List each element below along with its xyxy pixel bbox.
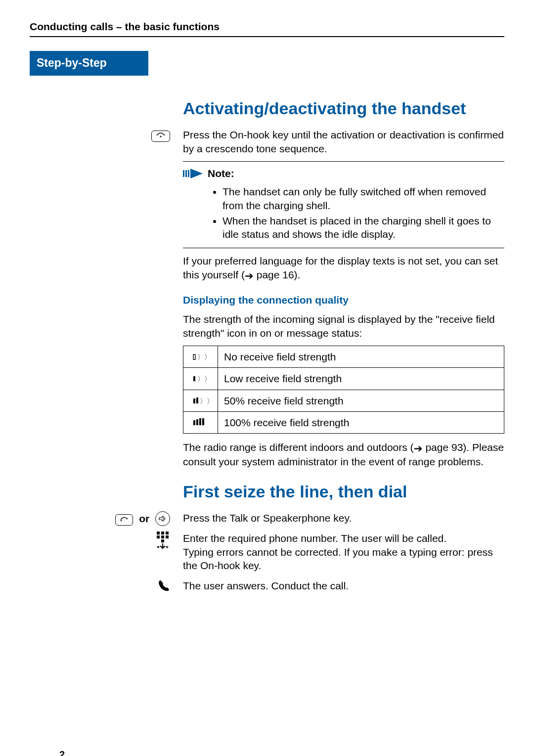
page-ref-arrow-icon: ➔ (414, 442, 423, 455)
section-heading-activating: Activating/deactivating the handset (183, 97, 504, 119)
svg-point-0 (160, 136, 161, 137)
svg-rect-1 (183, 170, 184, 177)
note-label: Note: (208, 167, 234, 180)
running-header: Conducting calls – the basic functions (30, 20, 504, 37)
svg-marker-4 (190, 169, 203, 178)
radio-range-note: The radio range is different indoors and… (183, 441, 504, 469)
press-talk-instruction: Press the Talk or Speakerphone key. (183, 511, 504, 525)
svg-rect-11 (157, 532, 160, 534)
svg-rect-16 (166, 535, 169, 538)
talk-key-icon (115, 514, 133, 526)
user-answers-instruction: The user answers. Conduct the call. (183, 579, 504, 592)
signal-strength-0-icon: 〉〉〉 (183, 346, 218, 367)
svg-text:〉〉: 〉〉 (200, 397, 209, 404)
svg-rect-14 (157, 535, 160, 538)
keypad-icon (155, 532, 170, 549)
or-label: or (139, 513, 149, 524)
note-block: Note: The handset can only be fully swit… (183, 161, 504, 248)
note-item: When the handset is placed in the chargi… (222, 214, 499, 241)
page-ref-arrow-icon: ➔ (245, 269, 254, 282)
signal-strength-1-desc: Low receive field strength (218, 368, 504, 390)
signal-intro: The strength of the incoming signal is d… (183, 312, 504, 340)
svg-point-8 (121, 520, 122, 521)
page-number: 2 (59, 748, 65, 756)
svg-rect-3 (188, 170, 189, 177)
svg-point-9 (127, 518, 128, 519)
svg-rect-13 (166, 532, 169, 534)
signal-strength-0-desc: No receive field strength (218, 346, 504, 367)
language-note: If your preferred language for the displ… (183, 254, 504, 282)
handset-icon (157, 580, 170, 595)
note-arrow-icon (183, 169, 203, 178)
signal-strength-2-desc: 50% receive field strength (218, 390, 504, 411)
svg-text:〉〉〉: 〉〉〉 (197, 375, 209, 382)
svg-rect-2 (185, 170, 187, 177)
speakerphone-key-icon (155, 511, 170, 526)
note-item: The handset can only be fully switched o… (222, 185, 499, 212)
svg-rect-17 (161, 539, 164, 542)
signal-strength-3-desc: 100% receive field strength (218, 411, 504, 433)
svg-text:〉〉〉: 〉〉〉 (197, 353, 209, 360)
signal-strength-2-icon: 〉〉 (183, 390, 218, 411)
onhook-key-icon (151, 131, 170, 142)
signal-strength-table: 〉〉〉 No receive field strength 〉〉〉 Low re… (183, 346, 504, 434)
signal-strength-1-icon: 〉〉〉 (183, 368, 218, 390)
subsection-connection-quality: Displaying the connection quality (183, 293, 504, 307)
typing-errors-note: Typing errors cannot be corrected. If yo… (183, 545, 504, 573)
svg-rect-15 (161, 535, 164, 538)
step-by-step-box: Step-by-Step (30, 51, 148, 76)
enter-number-instruction: Enter the required phone number. The use… (183, 532, 504, 545)
svg-marker-10 (159, 516, 163, 521)
onhook-instruction: Press the On-hook key until the activati… (183, 128, 504, 155)
section-heading-seize-line: First seize the line, then dial (183, 481, 504, 502)
signal-strength-3-icon (183, 411, 218, 433)
svg-rect-12 (161, 532, 164, 534)
